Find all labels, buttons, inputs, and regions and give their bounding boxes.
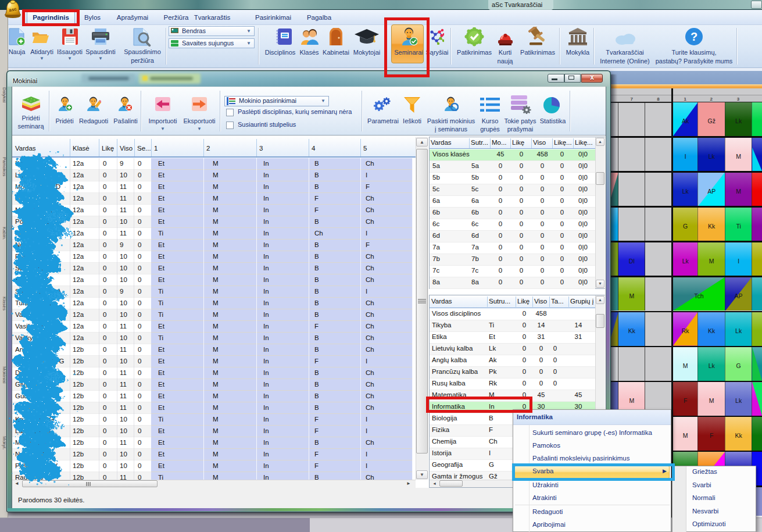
svg-text:?: ? [691,30,697,43]
